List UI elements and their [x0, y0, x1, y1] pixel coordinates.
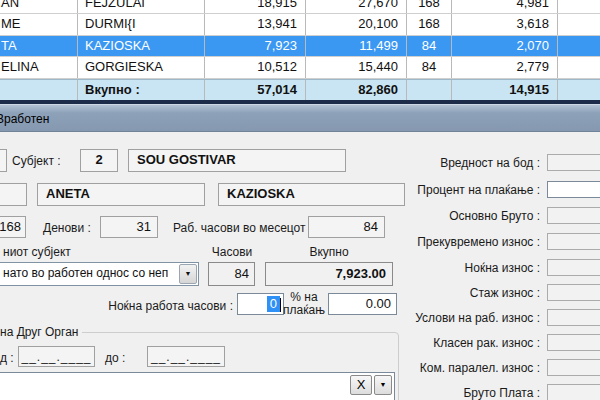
cell-name: ELINA [0, 57, 78, 78]
night-hours-input[interactable]: 0 [237, 293, 284, 315]
date-to-label: до : [105, 351, 125, 365]
month-hours-field[interactable]: 84 [308, 216, 385, 238]
pct-label: % наплаќањ [281, 291, 327, 317]
last-name-field[interactable]: KAZIOSKA [218, 183, 405, 206]
date-from-input[interactable]: __.__.____ [18, 346, 95, 367]
employee-table: AN FEJZULAI 18,915 27,670 168 4,981 ME D… [0, 0, 600, 101]
cell-amount3: 2,070 [452, 36, 558, 57]
cell-amount1: 7,923 [205, 36, 306, 57]
subject-desc-label: ниот субјект [3, 245, 71, 259]
amount-field[interactable] [547, 384, 600, 400]
cell-extra [558, 36, 600, 57]
cell-surname: DURMI{I [78, 14, 205, 35]
cell-name: AN [0, 0, 78, 13]
cell-surname: GORGIESKA [78, 57, 205, 78]
amount-field[interactable] [547, 259, 600, 276]
cell-surname: FEJZULAI [78, 0, 205, 13]
amount-label: Основно Бруто : [380, 209, 540, 223]
total-header: Вкупно [265, 245, 393, 259]
table-row[interactable]: ELINA GORGIESKA 10,512 15,440 84 2,779 [0, 57, 600, 79]
amount-label: Вредност на бод : [380, 156, 540, 170]
organ-combobox-input[interactable] [0, 372, 395, 400]
clear-icon[interactable]: X [350, 375, 372, 395]
hours-header: Часови [208, 245, 256, 259]
amount-label: Класен рак. износ : [380, 336, 540, 350]
dialog-titlebar[interactable]: Вработен [0, 104, 600, 132]
amount-label: Процент на плаќање : [380, 183, 540, 197]
subject-name-field[interactable]: SOU GOSTIVAR [128, 149, 346, 172]
amount-field[interactable] [547, 284, 600, 301]
amount-field[interactable] [547, 181, 600, 198]
night-hours-label: Ноќна работа часови : [70, 299, 233, 313]
work-relation-combobox[interactable]: нато во работен однос со неп ▼ [0, 262, 199, 286]
other-organ-label: на Друг Орган [0, 325, 82, 339]
subject-label: Субјект : [12, 154, 61, 168]
dialog-title: Вработен [0, 112, 49, 126]
cell-hours: 168 [407, 0, 452, 13]
cell-amount2: 20,100 [306, 14, 407, 35]
amount-field[interactable] [547, 309, 600, 326]
days-label: Денови : [43, 221, 91, 235]
cell-amount1: 10,512 [205, 57, 306, 78]
cell-amount3: 4,981 [452, 0, 558, 13]
amount-label: Стаж износ : [380, 286, 540, 300]
clipped-field-left-1[interactable] [0, 149, 7, 172]
cell-name: TA [0, 36, 78, 57]
amount-label: Бруто Плата : [380, 386, 540, 400]
amount-field[interactable] [547, 334, 600, 351]
subject-code-field[interactable]: 2 [80, 149, 118, 172]
app-window: AN FEJZULAI 18,915 27,670 168 4,981 ME D… [0, 0, 600, 400]
clipped-field-left-2[interactable] [0, 183, 27, 206]
amount-label: Прекувремено износ : [380, 235, 540, 249]
amount-field[interactable] [547, 207, 600, 224]
chevron-down-icon[interactable]: ▼ [179, 264, 197, 284]
work-relation-text: нато во работен однос со неп [3, 266, 168, 280]
cell-surname: KAZIOSKA [78, 36, 205, 57]
days-field[interactable]: 31 [100, 216, 158, 238]
first-name-field[interactable]: ANETA [37, 183, 205, 206]
cell-name [0, 80, 78, 100]
total-hours-field[interactable]: 168 [0, 216, 26, 238]
table-row[interactable]: TA KAZIOSKA 7,923 11,499 84 2,070 [0, 36, 600, 58]
cell-hours: 168 [407, 14, 452, 35]
amount-field[interactable] [547, 154, 600, 171]
cell-surname: Вкупно : [78, 80, 205, 100]
month-hours-label: Раб. часови во месецот : [173, 221, 312, 235]
cell-amount3: 14,915 [452, 80, 558, 100]
cell-extra [558, 80, 600, 100]
cell-amount3: 3,618 [452, 14, 558, 35]
date-from-label: д : [0, 351, 14, 365]
cell-amount1: 13,941 [205, 14, 306, 35]
cell-amount3: 2,779 [452, 57, 558, 78]
cell-name: ME [0, 14, 78, 35]
table-row[interactable]: ME DURMI{I 13,941 20,100 168 3,618 [0, 14, 600, 36]
cell-hours: 84 [407, 36, 452, 57]
cell-amount1: 18,915 [205, 0, 306, 13]
cell-amount2: 15,440 [306, 57, 407, 78]
cell-extra [558, 0, 600, 13]
date-to-input[interactable]: __.__.____ [147, 346, 225, 367]
relation-hours-field[interactable]: 84 [208, 262, 255, 286]
amount-label: Услови на раб. износ : [380, 311, 540, 325]
relation-total-field[interactable]: 7,923.00 [265, 262, 393, 286]
amount-field[interactable] [547, 233, 600, 250]
table-row[interactable]: AN FEJZULAI 18,915 27,670 168 4,981 [0, 0, 600, 14]
amount-field[interactable] [547, 359, 600, 376]
cell-amount2: 82,860 [306, 80, 407, 100]
cell-extra [558, 14, 600, 35]
selected-text: 0 [267, 296, 280, 312]
cell-hours [407, 80, 452, 100]
cell-hours: 84 [407, 57, 452, 78]
amount-label: Ноќна износ : [380, 261, 540, 275]
cell-amount2: 27,670 [306, 0, 407, 13]
cell-extra [558, 57, 600, 78]
cell-amount1: 57,014 [205, 80, 306, 100]
amount-label: Ком. паралел. износ : [380, 361, 540, 375]
cell-amount2: 11,499 [306, 36, 407, 57]
table-total-row: Вкупно : 57,014 82,860 14,915 [0, 79, 600, 101]
